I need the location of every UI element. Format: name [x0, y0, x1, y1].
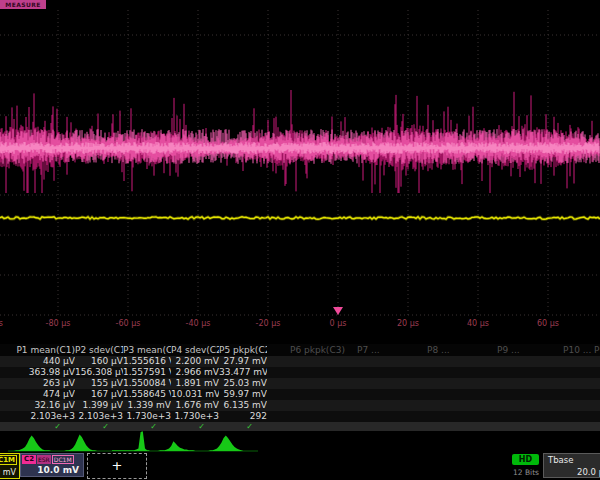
- histicons-strip: [0, 430, 600, 452]
- time-axis-label: -100 µs: [0, 319, 3, 328]
- param-header-inactive[interactable]: P6 pkpk(C3): [290, 344, 345, 356]
- c1-coupling-badge: C1M: [0, 455, 17, 465]
- table-cell: 292: [219, 411, 267, 422]
- histicon: [158, 441, 195, 451]
- measurement-table: P1 mean(C1)P2 sdev(C1)P3 mean(C2)P4 sdev…: [0, 344, 600, 431]
- table-cell: 440 µV: [0, 356, 75, 367]
- param-header[interactable]: P1 mean(C1): [0, 344, 75, 356]
- param-header-inactive[interactable]: P7 ...: [357, 344, 380, 356]
- table-cell: 33.477 mV: [219, 367, 267, 378]
- table-cell: 263 µV: [0, 378, 75, 389]
- table-cell: 1.558645 V: [123, 389, 171, 400]
- time-axis-label: 40 µs: [467, 319, 489, 328]
- table-row: P1 mean(C1)P2 sdev(C1)P3 mean(C2)P4 sdev…: [0, 344, 600, 356]
- table-cell: 474 µV: [0, 389, 75, 400]
- table-cell: 1.339 mV: [123, 400, 171, 411]
- time-axis-label: 60 µs: [537, 319, 559, 328]
- table-cell: 10.031 mV: [171, 389, 219, 400]
- table-cell: 1.730e+3: [171, 411, 219, 422]
- table-cell: 363.98 µV: [0, 367, 75, 378]
- param-header-inactive[interactable]: P10 ...: [563, 344, 591, 356]
- time-axis-label: -60 µs: [116, 319, 141, 328]
- table-cell: 1.550084 V: [123, 378, 171, 389]
- table-cell: 2.966 mV: [171, 367, 219, 378]
- table-cell: 2.200 mV: [171, 356, 219, 367]
- table-row: 263 µV155 µV1.550084 V1.891 mV25.03 mV: [0, 378, 600, 389]
- c2-coupling-badge: DC1M: [52, 455, 74, 464]
- param-header-inactive[interactable]: P9 ...: [497, 344, 520, 356]
- oscilloscope-screen: MEASURE -100 µs-80 µs-60 µs-40 µs-20 µs0…: [0, 0, 600, 480]
- table-row: 2.103e+32.103e+31.730e+31.730e+3292: [0, 411, 600, 422]
- histicon: [112, 431, 149, 451]
- table-cell: 32.16 µV: [0, 400, 75, 411]
- trigger-position-marker[interactable]: [333, 307, 343, 315]
- hd-mode-badge[interactable]: HD: [512, 454, 539, 465]
- param-header[interactable]: P2 sdev(C1): [75, 344, 123, 356]
- histicon: [14, 435, 51, 451]
- time-axis-label: 0 µs: [330, 319, 347, 328]
- timebase-title: Tbase: [544, 454, 600, 465]
- add-trace-button[interactable]: +: [87, 453, 147, 479]
- time-axis-label: -20 µs: [256, 319, 281, 328]
- timebase-descriptor[interactable]: Tbase 20.0 µs: [543, 453, 600, 478]
- descriptor-bar: C1M 0 mV C2 ESR DC1M 10.0 mV + HD 12 Bit…: [0, 452, 600, 480]
- param-header-inactive[interactable]: P11: [594, 344, 600, 356]
- param-header[interactable]: P4 sdev(C2): [171, 344, 219, 356]
- table-cell: 1.676 mV: [171, 400, 219, 411]
- table-cell: 1.891 mV: [171, 378, 219, 389]
- table-cell: 6.135 mV: [219, 400, 267, 411]
- histicon: [62, 435, 99, 451]
- time-axis-label: -80 µs: [46, 319, 71, 328]
- param-header-inactive[interactable]: P8 ...: [427, 344, 450, 356]
- table-cell: 167 µV: [75, 389, 123, 400]
- table-row: 474 µV167 µV1.558645 V10.031 mV59.97 mV: [0, 389, 600, 400]
- c2-eres-badge: ESR: [37, 455, 51, 464]
- c2-label: C2: [22, 455, 36, 464]
- table-row: 363.98 µV156.308 µV1.557591 V2.966 mV33.…: [0, 367, 600, 378]
- hd-bits-label: 12 Bits: [508, 468, 544, 477]
- table-cell: 59.97 mV: [219, 389, 267, 400]
- table-cell: 1.557591 V: [123, 367, 171, 378]
- table-row: 440 µV160 µV1.555616 V2.200 mV27.97 mV: [0, 356, 600, 367]
- c1-scale-value: 0 mV: [0, 468, 16, 477]
- table-cell: 156.308 µV: [75, 367, 123, 378]
- table-row: 32.16 µV1.399 µV1.339 mV1.676 mV6.135 mV: [0, 400, 600, 411]
- channel-descriptor-c1[interactable]: C1M 0 mV: [0, 453, 20, 479]
- table-cell: 2.103e+3: [0, 411, 75, 422]
- table-cell: 1.399 µV: [75, 400, 123, 411]
- table-cell: 1.730e+3: [123, 411, 171, 422]
- timebase-value: 20.0 µs: [544, 465, 600, 477]
- table-cell: 2.103e+3: [75, 411, 123, 422]
- param-header[interactable]: P5 pkpk(C2): [219, 344, 267, 356]
- table-cell: 27.97 mV: [219, 356, 267, 367]
- time-axis-label: 20 µs: [397, 319, 419, 328]
- param-header[interactable]: P3 mean(C2): [123, 344, 171, 356]
- table-cell: 25.03 mV: [219, 378, 267, 389]
- table-cell: 155 µV: [75, 378, 123, 389]
- table-cell: 1.555616 V: [123, 356, 171, 367]
- time-axis-label: -40 µs: [186, 319, 211, 328]
- channel-descriptor-c2[interactable]: C2 ESR DC1M 10.0 mV: [20, 453, 84, 477]
- histicon: [206, 435, 243, 451]
- table-cell: 160 µV: [75, 356, 123, 367]
- c2-scale-value: 10.0 mV: [37, 465, 79, 475]
- c2-badges: C2 ESR DC1M: [21, 454, 83, 464]
